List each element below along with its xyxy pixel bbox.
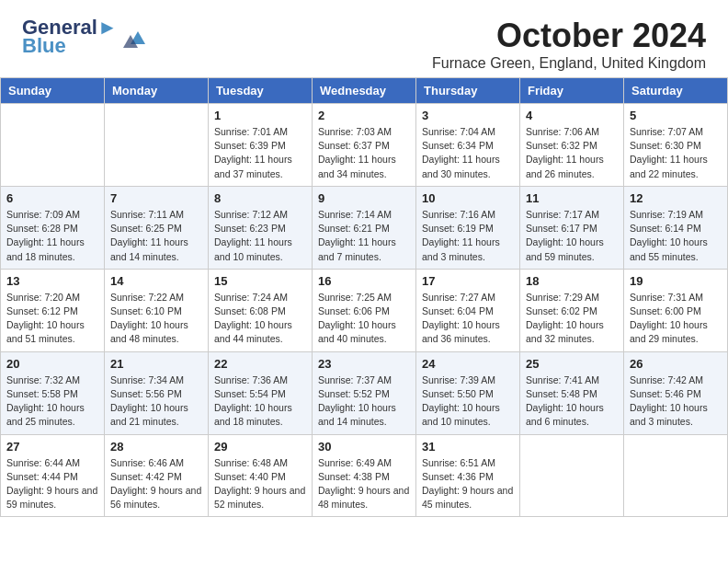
calendar-cell: 6Sunrise: 7:09 AMSunset: 6:28 PMDaylight… [1,186,105,269]
day-info: Sunrise: 7:25 AMSunset: 6:06 PMDaylight:… [318,291,410,347]
calendar-cell: 18Sunrise: 7:29 AMSunset: 6:02 PMDayligh… [520,269,624,351]
calendar-cell: 20Sunrise: 7:32 AMSunset: 5:58 PMDayligh… [1,351,105,434]
day-info: Sunrise: 6:44 AMSunset: 4:44 PMDaylight:… [6,456,98,512]
day-info: Sunrise: 7:07 AMSunset: 6:30 PMDaylight:… [630,125,722,181]
day-number: 22 [214,357,306,371]
calendar-cell: 7Sunrise: 7:11 AMSunset: 6:25 PMDaylight… [105,186,209,269]
day-info: Sunrise: 7:20 AMSunset: 6:12 PMDaylight:… [6,291,98,347]
calendar-cell: 19Sunrise: 7:31 AMSunset: 6:00 PMDayligh… [624,269,728,351]
day-number: 6 [6,191,98,205]
title-block: October 2024 Furnace Green, England, Uni… [432,17,706,72]
weekday-header-monday: Monday [105,78,209,104]
day-info: Sunrise: 7:06 AMSunset: 6:32 PMDaylight:… [526,125,618,181]
day-number: 25 [526,357,618,371]
day-info: Sunrise: 7:31 AMSunset: 6:00 PMDaylight:… [630,291,722,347]
calendar-table: SundayMondayTuesdayWednesdayThursdayFrid… [0,77,728,517]
calendar-cell: 25Sunrise: 7:41 AMSunset: 5:48 PMDayligh… [520,351,624,434]
day-number: 15 [214,274,306,288]
calendar-cell: 5Sunrise: 7:07 AMSunset: 6:30 PMDaylight… [624,104,728,187]
calendar-cell: 15Sunrise: 7:24 AMSunset: 6:08 PMDayligh… [209,269,313,351]
day-number: 2 [318,109,410,122]
calendar-cell: 29Sunrise: 6:48 AMSunset: 4:40 PMDayligh… [209,434,313,517]
calendar-cell: 28Sunrise: 6:46 AMSunset: 4:42 PMDayligh… [105,434,209,517]
day-info: Sunrise: 6:49 AMSunset: 4:38 PMDaylight:… [318,456,410,512]
calendar-cell: 17Sunrise: 7:27 AMSunset: 6:04 PMDayligh… [416,269,520,351]
day-number: 31 [422,440,514,454]
day-number: 4 [526,109,618,122]
weekday-header-tuesday: Tuesday [209,78,313,104]
day-info: Sunrise: 7:14 AMSunset: 6:21 PMDaylight:… [318,208,410,264]
day-number: 18 [526,274,618,288]
day-number: 14 [110,274,202,288]
day-number: 16 [318,274,410,288]
day-info: Sunrise: 7:04 AMSunset: 6:34 PMDaylight:… [422,125,514,181]
day-number: 9 [318,191,410,205]
weekday-header-row: SundayMondayTuesdayWednesdayThursdayFrid… [1,78,728,104]
calendar-cell [105,104,209,187]
page-header: General► Blue October 2024 Furnace Green… [0,0,728,77]
calendar-cell: 11Sunrise: 7:17 AMSunset: 6:17 PMDayligh… [520,186,624,269]
calendar-cell: 30Sunrise: 6:49 AMSunset: 4:38 PMDayligh… [313,434,416,517]
day-number: 30 [318,440,410,454]
day-info: Sunrise: 6:51 AMSunset: 4:36 PMDaylight:… [422,456,514,512]
day-info: Sunrise: 7:36 AMSunset: 5:54 PMDaylight:… [214,373,306,430]
weekday-header-sunday: Sunday [1,78,105,104]
day-number: 26 [630,357,722,371]
day-info: Sunrise: 7:11 AMSunset: 6:25 PMDaylight:… [110,208,202,264]
calendar-cell: 21Sunrise: 7:34 AMSunset: 5:56 PMDayligh… [105,351,209,434]
calendar-cell: 9Sunrise: 7:14 AMSunset: 6:21 PMDaylight… [313,186,416,269]
day-number: 23 [318,357,410,371]
day-number: 17 [422,274,514,288]
day-info: Sunrise: 6:48 AMSunset: 4:40 PMDaylight:… [214,456,306,512]
calendar-cell: 27Sunrise: 6:44 AMSunset: 4:44 PMDayligh… [1,434,105,517]
weekday-header-saturday: Saturday [624,78,728,104]
day-info: Sunrise: 7:27 AMSunset: 6:04 PMDaylight:… [422,291,514,347]
day-info: Sunrise: 7:41 AMSunset: 5:48 PMDaylight:… [526,373,618,430]
calendar-cell: 1Sunrise: 7:01 AMSunset: 6:39 PMDaylight… [209,104,313,187]
day-number: 7 [110,191,202,205]
day-number: 20 [6,357,98,371]
calendar-cell: 4Sunrise: 7:06 AMSunset: 6:32 PMDaylight… [520,104,624,187]
day-info: Sunrise: 7:22 AMSunset: 6:10 PMDaylight:… [110,291,202,347]
logo: General► Blue [22,17,153,57]
calendar-cell: 31Sunrise: 6:51 AMSunset: 4:36 PMDayligh… [416,434,520,517]
day-info: Sunrise: 7:37 AMSunset: 5:52 PMDaylight:… [318,373,410,430]
calendar-week-row: 20Sunrise: 7:32 AMSunset: 5:58 PMDayligh… [1,351,728,434]
day-info: Sunrise: 7:24 AMSunset: 6:08 PMDaylight:… [214,291,306,347]
calendar-cell: 10Sunrise: 7:16 AMSunset: 6:19 PMDayligh… [416,186,520,269]
day-info: Sunrise: 7:34 AMSunset: 5:56 PMDaylight:… [110,373,202,430]
calendar-cell: 22Sunrise: 7:36 AMSunset: 5:54 PMDayligh… [209,351,313,434]
day-info: Sunrise: 7:42 AMSunset: 5:46 PMDaylight:… [630,373,722,430]
day-info: Sunrise: 7:32 AMSunset: 5:58 PMDaylight:… [6,373,98,430]
weekday-header-thursday: Thursday [416,78,520,104]
day-number: 19 [630,274,722,288]
logo-icon [123,28,153,48]
calendar-cell: 2Sunrise: 7:03 AMSunset: 6:37 PMDaylight… [313,104,416,187]
calendar-cell: 26Sunrise: 7:42 AMSunset: 5:46 PMDayligh… [624,351,728,434]
calendar-cell: 13Sunrise: 7:20 AMSunset: 6:12 PMDayligh… [1,269,105,351]
calendar-cell: 12Sunrise: 7:19 AMSunset: 6:14 PMDayligh… [624,186,728,269]
day-number: 12 [630,191,722,205]
weekday-header-wednesday: Wednesday [313,78,416,104]
day-info: Sunrise: 7:12 AMSunset: 6:23 PMDaylight:… [214,208,306,264]
day-number: 24 [422,357,514,371]
day-number: 10 [422,191,514,205]
day-info: Sunrise: 7:39 AMSunset: 5:50 PMDaylight:… [422,373,514,430]
day-info: Sunrise: 7:03 AMSunset: 6:37 PMDaylight:… [318,125,410,181]
day-number: 27 [6,440,98,454]
calendar-cell: 3Sunrise: 7:04 AMSunset: 6:34 PMDaylight… [416,104,520,187]
calendar-cell: 16Sunrise: 7:25 AMSunset: 6:06 PMDayligh… [313,269,416,351]
calendar-cell [520,434,624,517]
day-info: Sunrise: 7:29 AMSunset: 6:02 PMDaylight:… [526,291,618,347]
page-title: October 2024 [432,17,706,55]
calendar-cell [1,104,105,187]
weekday-header-friday: Friday [520,78,624,104]
calendar-cell: 14Sunrise: 7:22 AMSunset: 6:10 PMDayligh… [105,269,209,351]
day-info: Sunrise: 7:19 AMSunset: 6:14 PMDaylight:… [630,208,722,264]
day-number: 3 [422,109,514,122]
day-number: 5 [630,109,722,122]
calendar-cell: 24Sunrise: 7:39 AMSunset: 5:50 PMDayligh… [416,351,520,434]
day-number: 1 [214,109,306,122]
day-number: 11 [526,191,618,205]
calendar-week-row: 27Sunrise: 6:44 AMSunset: 4:44 PMDayligh… [1,434,728,517]
